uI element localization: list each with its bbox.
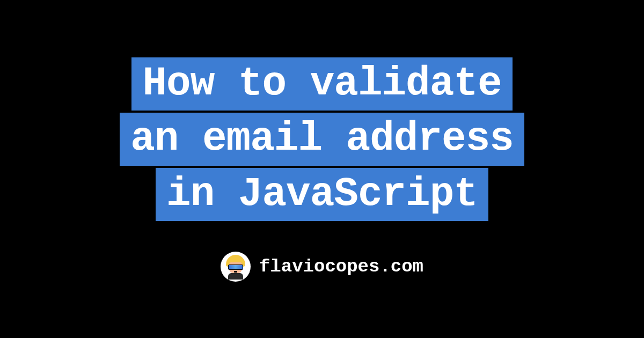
title-line-3: in JavaScript — [156, 168, 488, 221]
avatar — [221, 252, 251, 282]
avatar-icon — [223, 254, 248, 280]
title-line-1: How to validate — [131, 57, 512, 111]
site-name: flaviocopes.com — [259, 256, 423, 277]
page-title-container: How to validate an email address in Java… — [120, 56, 524, 223]
title-line-2: an email address — [120, 113, 524, 166]
footer: flaviocopes.com — [221, 252, 423, 282]
